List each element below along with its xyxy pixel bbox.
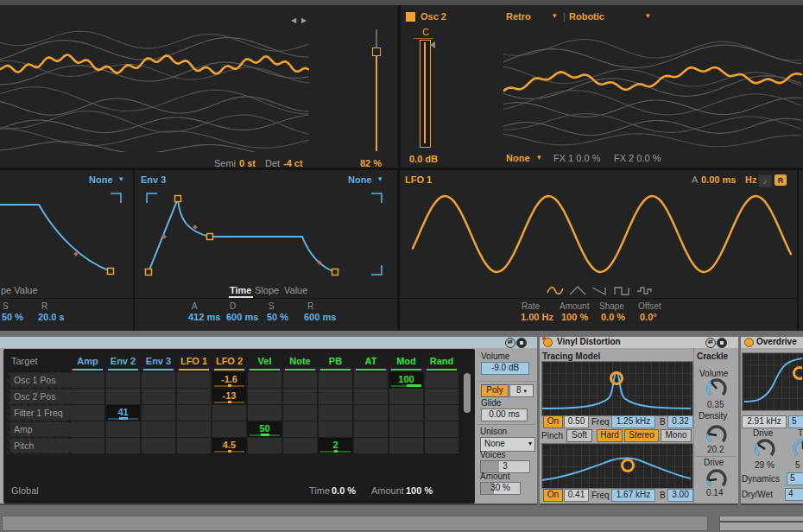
- matrix-col-header[interactable]: LFO 2: [212, 356, 246, 366]
- env2-r-value[interactable]: 20.0 s: [38, 312, 65, 322]
- poly-voices-dropdown[interactable]: 8 ▾: [509, 384, 534, 397]
- matrix-cell[interactable]: 41: [106, 405, 140, 421]
- lfo-shape-square-icon[interactable]: [614, 285, 631, 296]
- osc2-gain-value[interactable]: 0.0 dB: [409, 154, 438, 164]
- overdrive-band-value[interactable]: 5: [788, 415, 803, 428]
- slider-handle[interactable]: [372, 48, 381, 56]
- matrix-cell[interactable]: [71, 421, 104, 437]
- env2-display[interactable]: [0, 192, 133, 287]
- matrix-cell[interactable]: [425, 421, 458, 437]
- matrix-cell[interactable]: [212, 405, 246, 421]
- lfo-amount-value[interactable]: 100 %: [561, 312, 588, 322]
- matrix-cell[interactable]: [106, 389, 140, 404]
- lfo-shape-random-icon[interactable]: [636, 285, 654, 296]
- matrix-cell[interactable]: [354, 405, 388, 421]
- tracing-drive-value[interactable]: 0.50: [564, 415, 589, 428]
- matrix-cell[interactable]: 4.5: [212, 438, 246, 453]
- unison-amount-slider[interactable]: 30 %: [480, 482, 521, 495]
- overdrive-titlebar[interactable]: Overdrive: [741, 337, 803, 349]
- matrix-cell[interactable]: 50: [248, 421, 281, 437]
- matrix-col-header[interactable]: Rand: [425, 356, 458, 366]
- mono-button[interactable]: Mono: [661, 429, 692, 442]
- volume-value[interactable]: -9.0 dB: [481, 362, 529, 375]
- env3-assign-dropdown[interactable]: None: [348, 174, 372, 185]
- matrix-col-header[interactable]: AT: [354, 356, 388, 366]
- env-start-handle[interactable]: [146, 269, 152, 276]
- osc2-gain-fader[interactable]: [420, 40, 431, 148]
- matrix-cell[interactable]: [177, 421, 211, 437]
- crackle-volume-knob[interactable]: [705, 377, 729, 401]
- osc1-display[interactable]: [0, 26, 309, 152]
- lfo-attack-value[interactable]: 0.00 ms: [701, 174, 736, 185]
- matrix-cell[interactable]: 100: [389, 372, 423, 388]
- wavetable-prev-icon[interactable]: ◀: [291, 16, 296, 24]
- curve-slope-handle[interactable]: [193, 225, 198, 230]
- matrix-col-header[interactable]: LFO 1: [177, 356, 211, 366]
- pinch-b-value[interactable]: 3.00: [667, 489, 693, 502]
- env2-assign-dropdown[interactable]: None: [89, 174, 113, 185]
- matrix-cell[interactable]: [248, 372, 281, 388]
- env3-tab-slope[interactable]: Slope: [255, 285, 279, 295]
- fx1-value[interactable]: FX 1 0.0 %: [553, 153, 600, 163]
- matrix-cell[interactable]: [389, 421, 423, 437]
- matrix-cell[interactable]: [425, 438, 458, 453]
- category-dropdown-icon[interactable]: ▾: [553, 11, 557, 20]
- pinch-graph[interactable]: [541, 443, 693, 489]
- matrix-col-header[interactable]: Note: [283, 356, 317, 366]
- matrix-cell[interactable]: [283, 405, 317, 421]
- lfo-offset-value[interactable]: 0.0°: [640, 312, 657, 322]
- env3-display[interactable]: [135, 192, 397, 287]
- matrix-col-header[interactable]: Mod: [389, 356, 423, 366]
- matrix-col-header[interactable]: Vel: [248, 356, 281, 366]
- dynamics-value[interactable]: 5: [787, 472, 803, 485]
- glide-value[interactable]: 0.00 ms: [481, 408, 528, 421]
- effect-mode-dropdown-icon[interactable]: ▾: [537, 153, 541, 162]
- chain-scrollbar[interactable]: [2, 516, 708, 531]
- drywet-value[interactable]: 4: [785, 488, 803, 501]
- wavetable-device-titlebar[interactable]: ⇄: [0, 337, 537, 349]
- matrix-cell[interactable]: [71, 389, 104, 404]
- pinch-freq-handle[interactable]: [623, 460, 634, 472]
- pinch-freq-value[interactable]: 1.67 kHz: [611, 489, 655, 502]
- save-preset-icon[interactable]: [516, 338, 527, 348]
- matrix-cell[interactable]: [248, 438, 281, 453]
- osc2-display[interactable]: [503, 31, 803, 147]
- matrix-cell[interactable]: [142, 405, 175, 421]
- matrix-cell[interactable]: [425, 389, 458, 404]
- lfo1-display[interactable]: [400, 190, 798, 282]
- matrix-cell[interactable]: [389, 438, 423, 453]
- vinyl-distortion-titlebar[interactable]: Vinyl Distortion ⇄: [540, 337, 738, 349]
- env3-tab-value[interactable]: Value: [284, 285, 307, 295]
- overdrive-drive-knob[interactable]: [753, 437, 777, 461]
- matrix-cell[interactable]: [389, 405, 423, 421]
- matrix-cell[interactable]: [177, 438, 211, 453]
- device-on-led[interactable]: [744, 338, 754, 347]
- lfo-shape-sine-icon[interactable]: [547, 285, 564, 296]
- osc2-note[interactable]: C: [422, 27, 429, 37]
- matrix-cell[interactable]: -1.6: [212, 372, 246, 388]
- env-peak-handle[interactable]: [175, 196, 181, 202]
- wavetable-dropdown-icon[interactable]: ▾: [646, 11, 650, 20]
- matrix-cell[interactable]: [142, 438, 175, 453]
- lfo-rate-value[interactable]: 1.00 Hz: [521, 312, 553, 322]
- matrix-cell[interactable]: [283, 389, 317, 404]
- stereo-button[interactable]: Stereo: [624, 429, 659, 442]
- matrix-cell[interactable]: [106, 438, 140, 453]
- hot-swap-icon[interactable]: ⇄: [505, 338, 515, 348]
- env-sustain-handle[interactable]: [207, 234, 213, 240]
- pinch-on-button[interactable]: On: [543, 489, 563, 502]
- matrix-cell[interactable]: [354, 372, 388, 388]
- matrix-cell[interactable]: [425, 405, 458, 421]
- hot-swap-icon[interactable]: ⇄: [705, 338, 716, 348]
- density-knob[interactable]: [705, 423, 729, 447]
- matrix-cell[interactable]: [177, 405, 211, 421]
- chain-overview[interactable]: [719, 516, 803, 531]
- lfo-retrigger-button[interactable]: R: [775, 174, 787, 186]
- lfo-hz-toggle[interactable]: Hz: [745, 174, 756, 185]
- lfo-shape-triangle-icon[interactable]: [569, 285, 586, 296]
- matrix-cell[interactable]: [283, 372, 317, 388]
- osc1-position-slider[interactable]: [370, 28, 383, 154]
- osc2-toggle[interactable]: [406, 12, 415, 22]
- matrix-cell[interactable]: [177, 372, 211, 388]
- env3-a-value[interactable]: 412 ms: [188, 312, 220, 322]
